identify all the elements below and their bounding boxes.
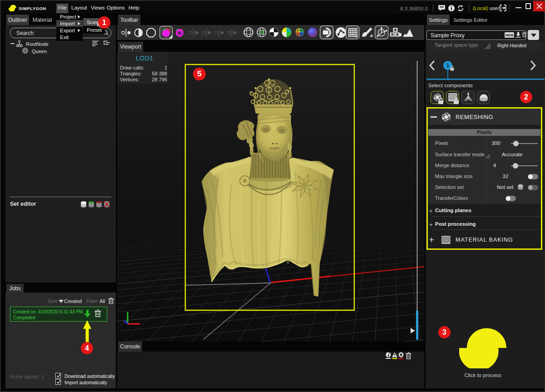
svg-text:M: M	[178, 31, 181, 36]
